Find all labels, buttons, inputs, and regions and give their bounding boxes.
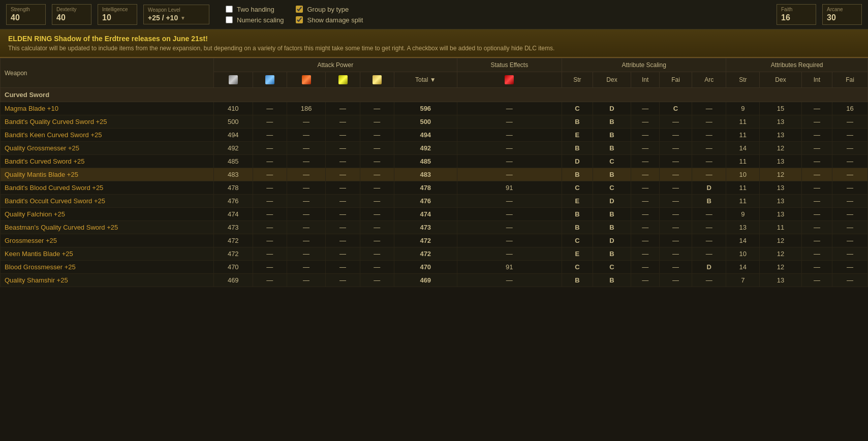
- table-row[interactable]: Quality Mantis Blade +25483————483—BB———…: [1, 168, 868, 181]
- dex-req-cell: 15: [760, 102, 801, 115]
- bleed-cell: —: [457, 247, 562, 261]
- arc-scale-cell: —: [692, 102, 726, 115]
- phys-cell: 500: [214, 115, 253, 129]
- faith-input[interactable]: [781, 13, 812, 22]
- weapon-name-cell: Quality Shamshir +25: [1, 274, 214, 287]
- arc-scale-cell: B: [692, 195, 726, 208]
- str-req-cell: 11: [726, 129, 760, 142]
- table-row[interactable]: Bandit's Occult Curved Sword +25476————4…: [1, 195, 868, 208]
- int-req-cell: —: [801, 247, 832, 261]
- intelligence-input[interactable]: [102, 13, 133, 22]
- strength-field: Strength: [6, 4, 46, 25]
- table-row[interactable]: Bandit's Quality Curved Sword +25500————…: [1, 115, 868, 129]
- fai-scale-cell: —: [660, 221, 692, 234]
- total-cell: 474: [394, 208, 457, 221]
- dexterity-field: Dexterity: [52, 4, 91, 25]
- phys-cell: 469: [214, 274, 253, 287]
- bleed-status-header: [457, 72, 562, 88]
- weapon-level-dropdown-arrow: ▼: [180, 15, 185, 21]
- dex-scale-cell: B: [593, 129, 631, 142]
- bleed-cell: —: [457, 168, 562, 181]
- table-row[interactable]: Quality Grossmesser +25492————492—BB———1…: [1, 142, 868, 155]
- fire-cell: —: [287, 181, 326, 195]
- phys-cell: 492: [214, 142, 253, 155]
- group-by-type-label[interactable]: Group by type: [307, 6, 349, 13]
- total-dmg-header[interactable]: Total ▼: [394, 72, 457, 88]
- show-damage-split-label[interactable]: Show damage split: [307, 16, 363, 24]
- dex-req-cell: 12: [760, 247, 801, 261]
- magic-cell: —: [253, 247, 287, 261]
- total-cell: 472: [394, 234, 457, 247]
- fire-cell: —: [287, 247, 326, 261]
- str-scale-cell: C: [562, 181, 593, 195]
- fire-cell: —: [287, 261, 326, 274]
- magic-cell: —: [253, 221, 287, 234]
- fire-cell: 186: [287, 102, 326, 115]
- dex-req-cell: 13: [760, 181, 801, 195]
- arcane-input[interactable]: [827, 13, 857, 22]
- table-row[interactable]: Magma Blade +10410—186——596—CD—C—915—16: [1, 102, 868, 115]
- dex-req-cell: 11: [760, 221, 801, 234]
- str-req-cell: 11: [726, 155, 760, 168]
- faith-field: Faith: [777, 4, 816, 25]
- dex-scale-cell: D: [593, 234, 631, 247]
- arc-scale-cell: —: [692, 129, 726, 142]
- group-by-type-checkbox[interactable]: [296, 6, 303, 13]
- str-scale-cell: E: [562, 247, 593, 261]
- int-req-cell: —: [801, 261, 832, 274]
- bleed-cell: —: [457, 115, 562, 129]
- str-scale-header: Str: [562, 72, 593, 88]
- show-damage-split-checkbox[interactable]: [296, 16, 303, 23]
- fai-req-cell: —: [832, 181, 868, 195]
- table-row[interactable]: Quality Falchion +25474————474—BB———913—…: [1, 208, 868, 221]
- str-req-cell: 11: [726, 181, 760, 195]
- int-scale-cell: —: [631, 261, 660, 274]
- lightning-icon: [338, 75, 348, 84]
- total-cell: 478: [394, 181, 457, 195]
- dex-req-cell: 13: [760, 208, 801, 221]
- str-scale-cell: B: [562, 115, 593, 129]
- two-handing-checkbox[interactable]: [226, 6, 233, 13]
- sort-arrow: ▼: [430, 76, 436, 83]
- weapon-name-cell: Quality Falchion +25: [1, 208, 214, 221]
- weapon-name-cell: Grossmesser +25: [1, 234, 214, 247]
- str-scale-cell: B: [562, 168, 593, 181]
- table-row[interactable]: Bandit's Keen Curved Sword +25494————494…: [1, 129, 868, 142]
- dex-scale-cell: C: [593, 181, 631, 195]
- str-scale-cell: C: [562, 102, 593, 115]
- weapon-name-cell: Beastman's Quality Curved Sword +25: [1, 221, 214, 234]
- lightning-cell: —: [326, 261, 360, 274]
- numeric-scaling-label[interactable]: Numeric scaling: [237, 16, 284, 24]
- table-row[interactable]: Quality Shamshir +25469————469—BB———713—…: [1, 274, 868, 287]
- weapon-name-cell: Quality Mantis Blade +25: [1, 168, 214, 181]
- bleed-cell: 91: [457, 181, 562, 195]
- checkboxes-left: Two handing Numeric scaling: [226, 6, 284, 24]
- bleed-cell: —: [457, 274, 562, 287]
- weapon-header: Weapon: [1, 58, 214, 88]
- int-req-cell: —: [801, 234, 832, 247]
- total-cell: 494: [394, 129, 457, 142]
- numeric-scaling-checkbox[interactable]: [226, 16, 233, 23]
- two-handing-label[interactable]: Two handing: [237, 6, 274, 13]
- table-row[interactable]: Keen Mantis Blade +25472————472—EB———101…: [1, 247, 868, 261]
- holy-cell: —: [360, 129, 394, 142]
- fai-scale-cell: —: [660, 129, 692, 142]
- lightning-cell: —: [326, 234, 360, 247]
- two-handing-row: Two handing: [226, 6, 284, 13]
- holy-dmg-header: [360, 72, 394, 88]
- table-row[interactable]: Bandit's Curved Sword +25485————485—DC——…: [1, 155, 868, 168]
- table-row[interactable]: Beastman's Quality Curved Sword +25473——…: [1, 221, 868, 234]
- table-row[interactable]: Grossmesser +25472————472—CD———1412——: [1, 234, 868, 247]
- weapons-table-container: Weapon Attack Power Status Effects Attri…: [0, 58, 868, 287]
- arc-scale-cell: —: [692, 274, 726, 287]
- table-row[interactable]: Blood Grossmesser +25470————47091CC——D14…: [1, 261, 868, 274]
- str-req-cell: 14: [726, 261, 760, 274]
- fire-cell: —: [287, 129, 326, 142]
- dexterity-input[interactable]: [56, 13, 87, 22]
- magic-cell: —: [253, 168, 287, 181]
- lightning-cell: —: [326, 208, 360, 221]
- weapon-level-select[interactable]: +25 / +10 +24 / +9 +0 / +0: [148, 14, 178, 22]
- banner-description: This calculator will be updated to inclu…: [8, 45, 860, 52]
- table-row[interactable]: Bandit's Blood Curved Sword +25478————47…: [1, 181, 868, 195]
- strength-input[interactable]: [11, 13, 41, 22]
